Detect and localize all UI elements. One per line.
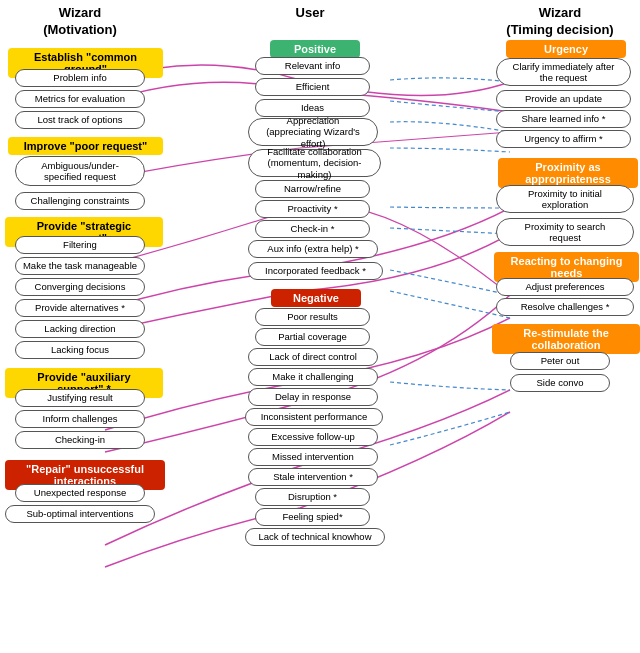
cat-proximity: Proximity asappropriateness: [498, 158, 638, 188]
cat-positive: Positive: [270, 40, 360, 58]
node-efficient: Efficient: [255, 78, 370, 96]
node-challenging-u: Make it challenging: [248, 368, 378, 386]
cat-restimulate: Re-stimulate the collaboration: [492, 324, 640, 354]
node-checking: Checking-in: [15, 431, 145, 449]
node-inform: Inform challenges: [15, 410, 145, 428]
node-unexpected: Unexpected response: [15, 484, 145, 502]
node-metrics: Metrics for evaluation: [15, 90, 145, 108]
node-suboptimal: Sub-optimal interventions: [5, 505, 155, 523]
node-challenging: Challenging constraints: [15, 192, 145, 210]
node-checkin: Check-in *: [255, 220, 370, 238]
node-partial: Partial coverage: [255, 328, 370, 346]
node-clarify: Clarify immediately afterthe request: [496, 58, 631, 86]
node-problem-info: Problem info: [15, 69, 145, 87]
node-facilitate: Facilitate collaboration(momentum, decis…: [248, 149, 381, 177]
node-filtering: Filtering: [15, 236, 145, 254]
node-appreciation: Appreciation(appreciating Wizard's effor…: [248, 118, 378, 146]
node-delay: Delay in response: [248, 388, 378, 406]
node-converging: Converging decisions: [15, 278, 145, 296]
node-inconsistent: Inconsistent performance: [245, 408, 383, 426]
node-aux-info: Aux info (extra help) *: [248, 240, 378, 258]
node-prox-search: Proximity to searchrequest: [496, 218, 634, 246]
node-adjust: Adjust preferences: [496, 278, 634, 296]
node-ambiguous: Ambiguous/under-specified request: [15, 156, 145, 186]
node-peter: Peter out: [510, 352, 610, 370]
node-manageable: Make the task manageable: [15, 257, 145, 275]
node-lack-tech: Lack of technical knowhow: [245, 528, 385, 546]
node-provide-update: Provide an update: [496, 90, 631, 108]
node-alternatives: Provide alternatives *: [15, 299, 145, 317]
node-urgency-affirm: Urgency to affirm *: [496, 130, 631, 148]
node-lacking-foc: Lacking focus: [15, 341, 145, 359]
header-wizard-motivation: Wizard(Motivation): [10, 5, 150, 39]
node-excessive: Excessive follow-up: [248, 428, 378, 446]
node-narrow: Narrow/refine: [255, 180, 370, 198]
cat-improve: Improve "poor request": [8, 137, 163, 155]
node-lacking-dir: Lacking direction: [15, 320, 145, 338]
node-side-convo: Side convo: [510, 374, 610, 392]
node-disruption: Disruption *: [255, 488, 370, 506]
node-incorporated: Incorporated feedback *: [248, 262, 383, 280]
node-justifying: Justifying result: [15, 389, 145, 407]
cat-urgency: Urgency: [506, 40, 626, 58]
header-wizard-timing: Wizard(Timing decision): [490, 5, 630, 39]
node-feeling: Feeling spied*: [255, 508, 370, 526]
node-lack-control: Lack of direct control: [248, 348, 378, 366]
node-resolve: Resolve challenges *: [496, 298, 634, 316]
header-user: User: [260, 5, 360, 22]
node-prox-initial: Proximity to initialexploration: [496, 185, 634, 213]
diagram: Wizard(Motivation) User Wizard(Timing de…: [0, 0, 640, 653]
cat-negative: Negative: [271, 289, 361, 307]
node-lost-track: Lost track of options: [15, 111, 145, 129]
node-poor-results: Poor results: [255, 308, 370, 326]
node-share-learned: Share learned info *: [496, 110, 631, 128]
node-relevant: Relevant info: [255, 57, 370, 75]
node-missed: Missed intervention: [248, 448, 378, 466]
node-stale: Stale intervention *: [248, 468, 378, 486]
node-proactivity: Proactivity *: [255, 200, 370, 218]
